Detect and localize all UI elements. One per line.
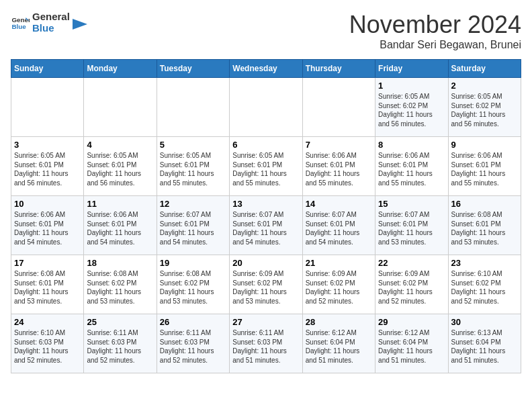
calendar-cell: 18Sunrise: 6:08 AM Sunset: 6:02 PM Dayli… — [84, 255, 157, 314]
day-info: Sunrise: 6:07 AM Sunset: 6:01 PM Dayligh… — [378, 210, 445, 246]
day-info: Sunrise: 6:09 AM Sunset: 6:02 PM Dayligh… — [306, 269, 372, 306]
svg-marker-3 — [73, 19, 87, 30]
day-info: Sunrise: 6:12 AM Sunset: 6:04 PM Dayligh… — [378, 328, 445, 365]
day-info: Sunrise: 6:07 AM Sunset: 6:01 PM Dayligh… — [160, 210, 226, 246]
calendar-cell: 30Sunrise: 6:13 AM Sunset: 6:04 PM Dayli… — [448, 314, 521, 373]
calendar-cell: 10Sunrise: 6:06 AM Sunset: 6:01 PM Dayli… — [11, 196, 84, 255]
weekday-header: Thursday — [302, 60, 375, 78]
day-info: Sunrise: 6:07 AM Sunset: 6:01 PM Dayligh… — [232, 210, 299, 246]
calendar-cell: 14Sunrise: 6:07 AM Sunset: 6:01 PM Dayli… — [302, 196, 375, 255]
calendar-cell: 6Sunrise: 6:05 AM Sunset: 6:01 PM Daylig… — [230, 137, 302, 196]
day-info: Sunrise: 6:05 AM Sunset: 6:01 PM Dayligh… — [232, 151, 299, 187]
day-number: 2 — [451, 81, 518, 91]
day-info: Sunrise: 6:06 AM Sunset: 6:01 PM Dayligh… — [14, 210, 81, 246]
weekday-header: Wednesday — [230, 60, 302, 78]
calendar-cell: 16Sunrise: 6:08 AM Sunset: 6:01 PM Dayli… — [448, 196, 521, 255]
day-number: 13 — [232, 199, 299, 209]
day-info: Sunrise: 6:05 AM Sunset: 6:01 PM Dayligh… — [160, 151, 226, 187]
calendar-cell: 15Sunrise: 6:07 AM Sunset: 6:01 PM Dayli… — [375, 196, 448, 255]
day-info: Sunrise: 6:07 AM Sunset: 6:01 PM Dayligh… — [306, 210, 372, 246]
day-number: 10 — [14, 199, 81, 209]
calendar-cell: 23Sunrise: 6:10 AM Sunset: 6:02 PM Dayli… — [448, 255, 521, 314]
day-info: Sunrise: 6:08 AM Sunset: 6:02 PM Dayligh… — [160, 269, 226, 306]
calendar-cell: 3Sunrise: 6:05 AM Sunset: 6:01 PM Daylig… — [11, 137, 84, 196]
calendar-cell: 21Sunrise: 6:09 AM Sunset: 6:02 PM Dayli… — [302, 255, 375, 314]
day-number: 28 — [306, 317, 372, 327]
day-info: Sunrise: 6:10 AM Sunset: 6:02 PM Dayligh… — [451, 269, 518, 306]
weekday-header-row: SundayMondayTuesdayWednesdayThursdayFrid… — [11, 60, 521, 78]
calendar-cell: 4Sunrise: 6:05 AM Sunset: 6:01 PM Daylig… — [84, 137, 157, 196]
day-number: 24 — [14, 317, 81, 327]
day-number: 18 — [87, 258, 153, 268]
calendar-cell — [302, 78, 375, 137]
day-number: 5 — [160, 140, 226, 150]
calendar-cell: 2Sunrise: 6:05 AM Sunset: 6:02 PM Daylig… — [448, 78, 521, 137]
day-info: Sunrise: 6:10 AM Sunset: 6:03 PM Dayligh… — [14, 328, 81, 365]
day-number: 11 — [87, 199, 153, 209]
calendar-header: SundayMondayTuesdayWednesdayThursdayFrid… — [11, 60, 521, 78]
page-header: General Blue General Blue November 2024 … — [11, 11, 521, 51]
calendar-cell: 11Sunrise: 6:06 AM Sunset: 6:01 PM Dayli… — [84, 196, 157, 255]
day-number: 15 — [378, 199, 445, 209]
calendar-cell: 7Sunrise: 6:06 AM Sunset: 6:01 PM Daylig… — [302, 137, 375, 196]
day-info: Sunrise: 6:05 AM Sunset: 6:02 PM Dayligh… — [451, 92, 518, 128]
calendar-cell: 19Sunrise: 6:08 AM Sunset: 6:02 PM Dayli… — [157, 255, 229, 314]
day-number: 8 — [378, 140, 445, 150]
day-info: Sunrise: 6:08 AM Sunset: 6:01 PM Dayligh… — [14, 269, 81, 306]
calendar-table: SundayMondayTuesdayWednesdayThursdayFrid… — [11, 59, 521, 373]
day-number: 26 — [160, 317, 226, 327]
weekday-header: Tuesday — [157, 60, 229, 78]
logo-arrow-icon — [73, 15, 87, 30]
weekday-header: Friday — [375, 60, 448, 78]
day-info: Sunrise: 6:11 AM Sunset: 6:03 PM Dayligh… — [232, 328, 299, 365]
logo-blue: Blue — [32, 22, 70, 34]
day-info: Sunrise: 6:08 AM Sunset: 6:01 PM Dayligh… — [451, 210, 518, 246]
calendar-cell: 17Sunrise: 6:08 AM Sunset: 6:01 PM Dayli… — [11, 255, 84, 314]
calendar-cell: 12Sunrise: 6:07 AM Sunset: 6:01 PM Dayli… — [157, 196, 229, 255]
day-number: 1 — [378, 81, 445, 91]
day-number: 7 — [306, 140, 372, 150]
day-number: 27 — [232, 317, 299, 327]
day-info: Sunrise: 6:09 AM Sunset: 6:02 PM Dayligh… — [378, 269, 445, 306]
calendar-cell: 13Sunrise: 6:07 AM Sunset: 6:01 PM Dayli… — [230, 196, 302, 255]
day-info: Sunrise: 6:06 AM Sunset: 6:01 PM Dayligh… — [306, 151, 372, 187]
calendar-cell — [11, 78, 84, 137]
calendar-cell: 5Sunrise: 6:05 AM Sunset: 6:01 PM Daylig… — [157, 137, 229, 196]
calendar-cell: 25Sunrise: 6:11 AM Sunset: 6:03 PM Dayli… — [84, 314, 157, 373]
day-number: 4 — [87, 140, 153, 150]
day-number: 30 — [451, 317, 518, 327]
day-number: 16 — [451, 199, 518, 209]
weekday-header: Saturday — [448, 60, 521, 78]
calendar-cell: 20Sunrise: 6:09 AM Sunset: 6:02 PM Dayli… — [230, 255, 302, 314]
day-number: 25 — [87, 317, 153, 327]
calendar-body: 1Sunrise: 6:05 AM Sunset: 6:02 PM Daylig… — [11, 78, 521, 373]
day-info: Sunrise: 6:06 AM Sunset: 6:01 PM Dayligh… — [451, 151, 518, 187]
day-number: 20 — [232, 258, 299, 268]
day-number: 14 — [306, 199, 372, 209]
calendar-cell — [230, 78, 302, 137]
day-number: 9 — [451, 140, 518, 150]
calendar-cell: 29Sunrise: 6:12 AM Sunset: 6:04 PM Dayli… — [375, 314, 448, 373]
day-info: Sunrise: 6:05 AM Sunset: 6:01 PM Dayligh… — [14, 151, 81, 187]
day-info: Sunrise: 6:06 AM Sunset: 6:01 PM Dayligh… — [378, 151, 445, 187]
day-info: Sunrise: 6:05 AM Sunset: 6:02 PM Dayligh… — [378, 92, 445, 128]
calendar-week-row: 17Sunrise: 6:08 AM Sunset: 6:01 PM Dayli… — [11, 255, 521, 314]
day-info: Sunrise: 6:13 AM Sunset: 6:04 PM Dayligh… — [451, 328, 518, 365]
month-title: November 2024 — [349, 11, 521, 39]
calendar-cell: 27Sunrise: 6:11 AM Sunset: 6:03 PM Dayli… — [230, 314, 302, 373]
calendar-cell: 24Sunrise: 6:10 AM Sunset: 6:03 PM Dayli… — [11, 314, 84, 373]
calendar-cell: 26Sunrise: 6:11 AM Sunset: 6:03 PM Dayli… — [157, 314, 229, 373]
calendar-cell: 1Sunrise: 6:05 AM Sunset: 6:02 PM Daylig… — [375, 78, 448, 137]
day-number: 17 — [14, 258, 81, 268]
location-title: Bandar Seri Begawan, Brunei — [349, 39, 521, 51]
day-number: 19 — [160, 258, 226, 268]
day-number: 22 — [378, 258, 445, 268]
day-info: Sunrise: 6:06 AM Sunset: 6:01 PM Dayligh… — [87, 210, 153, 246]
calendar-week-row: 1Sunrise: 6:05 AM Sunset: 6:02 PM Daylig… — [11, 78, 521, 137]
weekday-header: Monday — [84, 60, 157, 78]
weekday-header: Sunday — [11, 60, 84, 78]
calendar-cell — [157, 78, 229, 137]
calendar-week-row: 3Sunrise: 6:05 AM Sunset: 6:01 PM Daylig… — [11, 137, 521, 196]
calendar-cell — [84, 78, 157, 137]
calendar-cell: 8Sunrise: 6:06 AM Sunset: 6:01 PM Daylig… — [375, 137, 448, 196]
